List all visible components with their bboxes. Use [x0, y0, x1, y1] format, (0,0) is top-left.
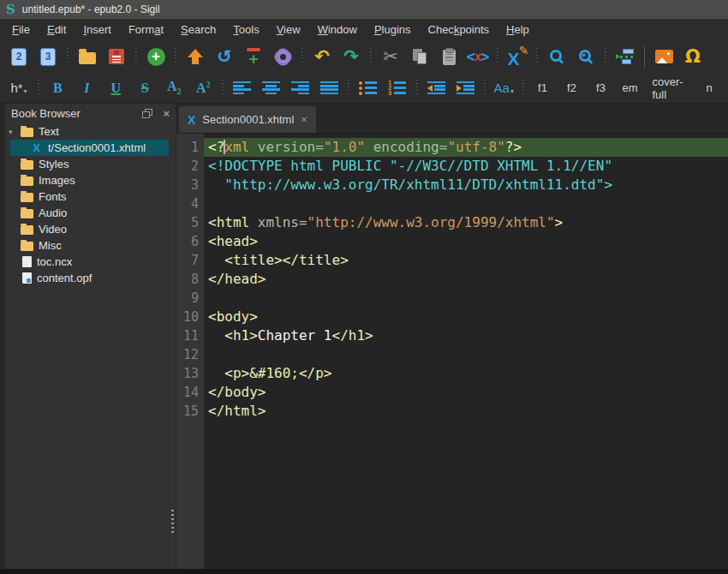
find-button[interactable] [545, 44, 569, 69]
code-line-5[interactable]: 5<html xmlns="http://www.w3.org/1999/xht… [176, 213, 728, 232]
copy-button[interactable] [408, 44, 432, 69]
paste-button[interactable] [437, 44, 461, 69]
outdent-button[interactable] [424, 75, 448, 101]
tree-item-fonts[interactable]: Fonts [10, 188, 169, 205]
menu-insert[interactable]: Insert [75, 21, 120, 39]
clipboard-icon [443, 50, 456, 65]
align-right-button[interactable] [289, 75, 313, 101]
change-case-button[interactable]: Aa▾ [492, 75, 516, 101]
xhtml-file-icon: X [30, 141, 43, 154]
format-toolbar: h*▾BIUSA2A2123Aa▾f1f2f3emcover-fulln [0, 73, 728, 104]
tree-item-t-section0001-xhtml[interactable]: Xt/Section0001.xhtml [10, 140, 169, 156]
strikethrough-button[interactable]: S [133, 75, 157, 101]
menu-file[interactable]: File [3, 21, 39, 39]
add-existing-files-button[interactable]: + [144, 44, 168, 69]
menu-tools[interactable]: Tools [224, 21, 267, 39]
close-panel-icon[interactable]: × [163, 109, 170, 118]
delete-markup-button[interactable]: <x> [466, 44, 490, 69]
expander-icon[interactable]: ▾ [9, 128, 13, 136]
code-line-6[interactable]: 6<head> [176, 232, 728, 251]
underline-button[interactable]: U [104, 75, 128, 101]
code-line-14[interactable]: 14</body> [176, 383, 728, 402]
refresh-button[interactable]: ↺ [212, 44, 236, 69]
heading-select[interactable]: h*▾ [7, 75, 31, 101]
magnifier-icon [550, 50, 562, 62]
indent-button[interactable] [453, 75, 477, 101]
style-f3-button[interactable]: f3 [589, 75, 613, 101]
open-button[interactable] [75, 44, 99, 69]
bullet-list-button[interactable] [356, 75, 380, 101]
code-line-3[interactable]: 3 "http://www.w3.org/TR/xhtml11/DTD/xhtm… [176, 176, 728, 194]
tab-bar: X Section0001.xhtml × [176, 104, 728, 134]
menu-format[interactable]: Format [120, 21, 172, 39]
italic-button[interactable]: I [75, 75, 98, 101]
style-cover-full-button[interactable]: cover-full [647, 75, 693, 101]
align-left-icon [233, 81, 251, 95]
splitter-handle[interactable] [171, 510, 174, 535]
tree-item-video[interactable]: Video [10, 221, 169, 237]
float-panel-icon[interactable] [142, 109, 152, 118]
menu-checkpoints[interactable]: Checkpoints [420, 21, 498, 39]
code-line-10[interactable]: 10<body> [176, 308, 728, 326]
new-epub3-button[interactable]: 3 [36, 44, 60, 69]
menu-search[interactable]: Search [172, 21, 224, 39]
code-line-12[interactable]: 12 [176, 345, 728, 364]
menu-plugins[interactable]: Plugins [366, 21, 420, 39]
subscript-button[interactable]: A2 [162, 75, 186, 101]
style-f1-button[interactable]: f1 [531, 75, 555, 101]
indent-icon [456, 81, 474, 95]
bold-button[interactable]: B [45, 75, 69, 101]
mend-code-button[interactable]: X✎ [505, 44, 529, 69]
numbered-list-button[interactable]: 123 [385, 75, 409, 101]
new-epub2-button[interactable]: 2 [7, 44, 31, 69]
special-characters-button[interactable]: Ω [681, 44, 705, 69]
undo-button[interactable]: ↶ [310, 44, 334, 69]
add-checkpoint-button[interactable]: + [242, 44, 266, 69]
menu-window[interactable]: Window [309, 21, 366, 39]
tree-item-images[interactable]: Images [10, 172, 169, 188]
folder-icon [21, 193, 33, 202]
menu-edit[interactable]: Edit [39, 21, 75, 39]
tree-item-content-opf[interactable]: content.opf [10, 270, 169, 286]
folder-icon [21, 242, 33, 251]
code-line-7[interactable]: 7 <title></title> [176, 251, 728, 270]
style-f2-button[interactable]: f2 [560, 75, 584, 101]
style-n-button[interactable]: n [697, 75, 721, 101]
tree-item-styles[interactable]: Styles [10, 156, 169, 172]
code-line-15[interactable]: 15</html> [176, 402, 728, 421]
save-button[interactable] [104, 44, 128, 69]
code-line-9[interactable]: 9 [176, 289, 728, 308]
code-line-1[interactable]: 1<?xml version="1.0" encoding="utf-8"?> [176, 138, 728, 157]
menu-help[interactable]: Help [498, 21, 538, 39]
menu-view[interactable]: View [268, 21, 309, 39]
deploy-button[interactable] [183, 44, 207, 69]
line-number: 6 [176, 232, 204, 251]
style-em-button[interactable]: em [618, 75, 642, 101]
superscript-button[interactable]: A2 [191, 75, 215, 101]
code-line-8[interactable]: 8</head> [176, 270, 728, 289]
tab-section0001[interactable]: X Section0001.xhtml × [179, 106, 316, 133]
align-left-button[interactable] [230, 75, 254, 101]
insert-image-button[interactable] [652, 44, 676, 69]
bullet-list-icon [359, 81, 377, 95]
settings-button[interactable] [271, 44, 295, 69]
code-editor[interactable]: 1<?xml version="1.0" encoding="utf-8"?>2… [176, 134, 728, 574]
line-number: 13 [176, 364, 204, 383]
folder-icon [21, 160, 33, 170]
code-line-13[interactable]: 13 <p>&#160;</p> [176, 364, 728, 383]
code-line-4[interactable]: 4 [176, 194, 728, 213]
tree-item-toc-ncx[interactable]: toc.ncx [10, 254, 169, 270]
align-center-button[interactable] [260, 75, 283, 101]
redo-button[interactable]: ↷ [339, 44, 363, 69]
tree-item-text[interactable]: ▾Text [10, 123, 169, 140]
code-line-2[interactable]: 2<!DOCTYPE html PUBLIC "-//W3C//DTD XHTM… [176, 157, 728, 176]
numbered-list-icon: 123 [388, 81, 406, 95]
code-line-11[interactable]: 11 <h1>Chapter 1</h1> [176, 326, 728, 345]
link-stylesheets-button[interactable] [613, 44, 637, 69]
find-special-button[interactable]: ♥ [574, 44, 598, 69]
tab-close-icon[interactable]: × [301, 113, 307, 126]
cut-button[interactable]: ✂ [379, 44, 403, 69]
align-justify-button[interactable] [318, 75, 342, 101]
tree-item-audio[interactable]: Audio [10, 205, 169, 221]
tree-item-misc[interactable]: Misc [10, 237, 169, 254]
